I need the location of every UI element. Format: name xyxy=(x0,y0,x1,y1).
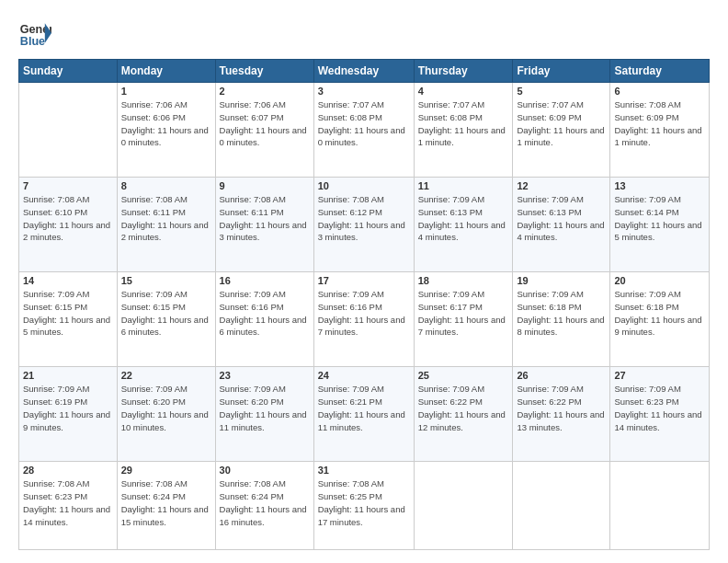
day-number: 10 xyxy=(318,180,410,191)
day-number: 5 xyxy=(517,86,606,97)
day-info: Sunrise: 7:09 AMSunset: 6:22 PMDaylight:… xyxy=(517,383,606,433)
day-info: Sunrise: 7:09 AMSunset: 6:23 PMDaylight:… xyxy=(614,383,705,433)
day-info: Sunrise: 7:08 AMSunset: 6:11 PMDaylight:… xyxy=(121,193,211,244)
calendar-cell: 21 Sunrise: 7:09 AMSunset: 6:19 PMDaylig… xyxy=(19,367,118,462)
logo: General Blue xyxy=(18,17,55,50)
day-number: 18 xyxy=(418,275,509,286)
day-info: Sunrise: 7:09 AMSunset: 6:15 PMDaylight:… xyxy=(121,288,211,339)
calendar-cell: 3 Sunrise: 7:07 AMSunset: 6:08 PMDayligh… xyxy=(313,83,414,178)
day-info: Sunrise: 7:08 AMSunset: 6:09 PMDaylight:… xyxy=(614,98,705,149)
week-row-4: 28 Sunrise: 7:08 AMSunset: 6:23 PMDaylig… xyxy=(19,462,710,550)
day-info: Sunrise: 7:06 AMSunset: 6:06 PMDaylight:… xyxy=(121,98,211,149)
calendar-cell: 10 Sunrise: 7:08 AMSunset: 6:12 PMDaylig… xyxy=(313,178,414,272)
calendar-cell xyxy=(513,462,610,550)
day-number: 29 xyxy=(121,465,211,476)
day-info: Sunrise: 7:08 AMSunset: 6:23 PMDaylight:… xyxy=(23,477,113,528)
day-info: Sunrise: 7:09 AMSunset: 6:16 PMDaylight:… xyxy=(220,288,310,339)
calendar-cell: 17 Sunrise: 7:09 AMSunset: 6:16 PMDaylig… xyxy=(313,272,414,367)
day-number: 6 xyxy=(614,86,705,97)
day-info: Sunrise: 7:07 AMSunset: 6:09 PMDaylight:… xyxy=(517,98,606,149)
day-number: 19 xyxy=(517,275,606,286)
day-info: Sunrise: 7:08 AMSunset: 6:10 PMDaylight:… xyxy=(23,193,113,244)
calendar-cell: 15 Sunrise: 7:09 AMSunset: 6:15 PMDaylig… xyxy=(117,272,215,367)
day-info: Sunrise: 7:09 AMSunset: 6:19 PMDaylight:… xyxy=(23,383,113,433)
calendar-body: 1 Sunrise: 7:06 AMSunset: 6:06 PMDayligh… xyxy=(19,83,710,550)
logo-icon: General Blue xyxy=(18,17,51,50)
calendar: SundayMondayTuesdayWednesdayThursdayFrid… xyxy=(18,59,710,550)
day-number: 30 xyxy=(220,465,310,476)
day-number: 3 xyxy=(318,86,410,97)
weekday-header-thursday: Thursday xyxy=(414,60,513,83)
weekday-header-tuesday: Tuesday xyxy=(215,60,313,83)
calendar-cell: 12 Sunrise: 7:09 AMSunset: 6:13 PMDaylig… xyxy=(513,178,610,272)
calendar-cell: 13 Sunrise: 7:09 AMSunset: 6:14 PMDaylig… xyxy=(610,178,710,272)
day-number: 1 xyxy=(121,86,211,97)
day-info: Sunrise: 7:09 AMSunset: 6:15 PMDaylight:… xyxy=(23,288,113,339)
day-number: 11 xyxy=(418,180,509,191)
calendar-cell: 31 Sunrise: 7:08 AMSunset: 6:25 PMDaylig… xyxy=(313,462,414,550)
page: General Blue SundayMondayTuesdayWednesda… xyxy=(0,0,728,563)
day-number: 26 xyxy=(517,370,606,381)
day-number: 24 xyxy=(318,370,410,381)
day-info: Sunrise: 7:09 AMSunset: 6:14 PMDaylight:… xyxy=(614,193,705,244)
day-number: 9 xyxy=(220,180,310,191)
calendar-cell: 8 Sunrise: 7:08 AMSunset: 6:11 PMDayligh… xyxy=(117,178,215,272)
calendar-table: SundayMondayTuesdayWednesdayThursdayFrid… xyxy=(18,59,710,550)
calendar-cell: 25 Sunrise: 7:09 AMSunset: 6:22 PMDaylig… xyxy=(414,367,513,462)
week-row-1: 7 Sunrise: 7:08 AMSunset: 6:10 PMDayligh… xyxy=(19,178,710,272)
day-info: Sunrise: 7:08 AMSunset: 6:12 PMDaylight:… xyxy=(318,193,410,244)
calendar-cell: 4 Sunrise: 7:07 AMSunset: 6:08 PMDayligh… xyxy=(414,83,513,178)
weekday-header-wednesday: Wednesday xyxy=(313,60,414,83)
day-info: Sunrise: 7:09 AMSunset: 6:21 PMDaylight:… xyxy=(318,383,410,433)
day-number: 4 xyxy=(418,86,509,97)
day-number: 25 xyxy=(418,370,509,381)
calendar-cell: 20 Sunrise: 7:09 AMSunset: 6:18 PMDaylig… xyxy=(610,272,710,367)
day-info: Sunrise: 7:09 AMSunset: 6:13 PMDaylight:… xyxy=(517,193,606,244)
day-info: Sunrise: 7:06 AMSunset: 6:07 PMDaylight:… xyxy=(220,98,310,149)
week-row-3: 21 Sunrise: 7:09 AMSunset: 6:19 PMDaylig… xyxy=(19,367,710,462)
day-number: 13 xyxy=(614,180,705,191)
calendar-cell: 23 Sunrise: 7:09 AMSunset: 6:20 PMDaylig… xyxy=(215,367,313,462)
day-number: 31 xyxy=(318,465,410,476)
calendar-cell: 18 Sunrise: 7:09 AMSunset: 6:17 PMDaylig… xyxy=(414,272,513,367)
calendar-cell xyxy=(414,462,513,550)
day-number: 12 xyxy=(517,180,606,191)
calendar-cell: 1 Sunrise: 7:06 AMSunset: 6:06 PMDayligh… xyxy=(117,83,215,178)
week-row-0: 1 Sunrise: 7:06 AMSunset: 6:06 PMDayligh… xyxy=(19,83,710,178)
svg-text:Blue: Blue xyxy=(20,35,45,48)
day-number: 7 xyxy=(23,180,113,191)
calendar-cell: 11 Sunrise: 7:09 AMSunset: 6:13 PMDaylig… xyxy=(414,178,513,272)
day-number: 15 xyxy=(121,275,211,286)
calendar-cell: 22 Sunrise: 7:09 AMSunset: 6:20 PMDaylig… xyxy=(117,367,215,462)
calendar-cell: 7 Sunrise: 7:08 AMSunset: 6:10 PMDayligh… xyxy=(19,178,118,272)
day-info: Sunrise: 7:09 AMSunset: 6:20 PMDaylight:… xyxy=(121,383,211,433)
day-info: Sunrise: 7:09 AMSunset: 6:18 PMDaylight:… xyxy=(614,288,705,339)
day-info: Sunrise: 7:09 AMSunset: 6:17 PMDaylight:… xyxy=(418,288,509,339)
weekday-header-saturday: Saturday xyxy=(610,60,710,83)
day-info: Sunrise: 7:09 AMSunset: 6:16 PMDaylight:… xyxy=(318,288,410,339)
weekday-row: SundayMondayTuesdayWednesdayThursdayFrid… xyxy=(19,60,710,83)
calendar-cell: 30 Sunrise: 7:08 AMSunset: 6:24 PMDaylig… xyxy=(215,462,313,550)
day-info: Sunrise: 7:09 AMSunset: 6:22 PMDaylight:… xyxy=(418,383,509,433)
day-info: Sunrise: 7:08 AMSunset: 6:24 PMDaylight:… xyxy=(220,477,310,528)
calendar-cell: 19 Sunrise: 7:09 AMSunset: 6:18 PMDaylig… xyxy=(513,272,610,367)
day-number: 27 xyxy=(614,370,705,381)
calendar-cell: 27 Sunrise: 7:09 AMSunset: 6:23 PMDaylig… xyxy=(610,367,710,462)
day-info: Sunrise: 7:07 AMSunset: 6:08 PMDaylight:… xyxy=(318,98,410,149)
day-number: 14 xyxy=(23,275,113,286)
calendar-cell: 9 Sunrise: 7:08 AMSunset: 6:11 PMDayligh… xyxy=(215,178,313,272)
calendar-cell: 28 Sunrise: 7:08 AMSunset: 6:23 PMDaylig… xyxy=(19,462,118,550)
day-info: Sunrise: 7:08 AMSunset: 6:24 PMDaylight:… xyxy=(121,477,211,528)
day-info: Sunrise: 7:07 AMSunset: 6:08 PMDaylight:… xyxy=(418,98,509,149)
calendar-cell: 5 Sunrise: 7:07 AMSunset: 6:09 PMDayligh… xyxy=(513,83,610,178)
weekday-header-monday: Monday xyxy=(117,60,215,83)
calendar-cell: 6 Sunrise: 7:08 AMSunset: 6:09 PMDayligh… xyxy=(610,83,710,178)
weekday-header-friday: Friday xyxy=(513,60,610,83)
header: General Blue xyxy=(18,17,710,50)
day-number: 20 xyxy=(614,275,705,286)
calendar-cell: 24 Sunrise: 7:09 AMSunset: 6:21 PMDaylig… xyxy=(313,367,414,462)
day-info: Sunrise: 7:09 AMSunset: 6:18 PMDaylight:… xyxy=(517,288,606,339)
day-number: 28 xyxy=(23,465,113,476)
calendar-cell: 16 Sunrise: 7:09 AMSunset: 6:16 PMDaylig… xyxy=(215,272,313,367)
day-info: Sunrise: 7:08 AMSunset: 6:25 PMDaylight:… xyxy=(318,477,410,528)
